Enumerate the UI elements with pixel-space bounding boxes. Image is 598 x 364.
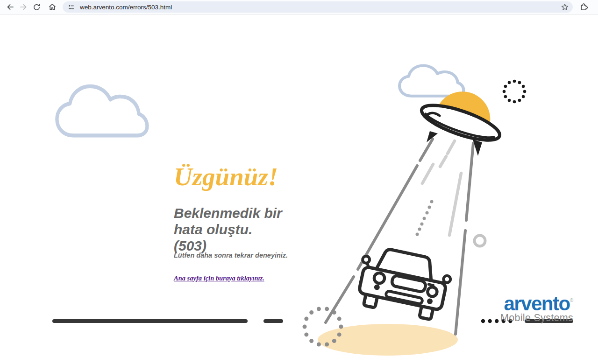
back-icon xyxy=(6,3,14,11)
car-icon xyxy=(353,244,454,322)
reload-button[interactable] xyxy=(30,1,43,13)
cloud-small-icon xyxy=(399,65,463,96)
error-page-content: Üzgünüz! Beklenmedik bir hata oluştu. (5… xyxy=(0,14,598,364)
ufo-icon xyxy=(418,91,504,156)
logo-tagline: Mobile Systems xyxy=(500,313,573,323)
dot-trail xyxy=(416,200,434,236)
spotlight-ellipse xyxy=(318,324,458,356)
page-title: Üzgünüz! xyxy=(174,164,278,189)
url-bar[interactable]: web.arvento.com/errors/503.html xyxy=(63,1,573,13)
browser-toolbar: web.arvento.com/errors/503.html xyxy=(0,0,598,14)
home-page-link[interactable]: Ana sayfa için buraya tıklayınız. xyxy=(174,274,264,282)
site-controls-icon[interactable] xyxy=(67,3,75,11)
home-button[interactable] xyxy=(46,1,59,13)
forward-icon xyxy=(19,3,28,11)
reload-icon xyxy=(33,3,41,11)
cloud-left-icon xyxy=(57,86,147,136)
home-icon xyxy=(48,3,57,11)
forward-button[interactable] xyxy=(17,1,30,13)
back-button[interactable] xyxy=(4,1,17,13)
url-text[interactable]: web.arvento.com/errors/503.html xyxy=(80,4,561,11)
tractor-beams xyxy=(326,139,473,334)
error-note: Lütfen daha sonra tekrar deneyiniz. xyxy=(174,252,295,259)
extensions-icon[interactable] xyxy=(579,3,588,12)
logo-brand-text: arvento xyxy=(504,293,570,315)
bookmark-star-icon[interactable] xyxy=(561,3,569,11)
gray-ring-icon xyxy=(475,236,485,246)
registered-mark: ® xyxy=(570,298,573,303)
arvento-logo: arvento® Mobile Systems xyxy=(500,295,573,323)
dotted-circle-black xyxy=(504,81,525,102)
toolbar-separator xyxy=(594,3,594,11)
error-heading: Beklenmedik bir hata oluştu. (503) xyxy=(174,205,286,254)
